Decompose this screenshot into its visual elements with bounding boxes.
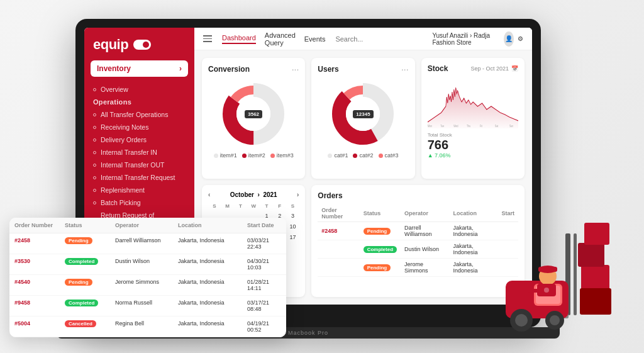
legend-dot-2 xyxy=(242,154,247,158)
conversion-menu[interactable]: ··· xyxy=(292,64,299,74)
ft-row5-location: Jakarta, Indonesia xyxy=(173,317,242,337)
nav-advanced-query[interactable]: Advanced Query xyxy=(265,31,296,47)
driver-cap-brim xyxy=(538,267,557,272)
svg-text:Thu: Thu xyxy=(467,124,471,128)
svg-text:Fri: Fri xyxy=(480,124,482,128)
box-3 xyxy=(584,223,609,245)
hamburger-menu[interactable] xyxy=(203,35,212,42)
wheel-1-inner xyxy=(515,314,528,327)
legend-dot-1 xyxy=(214,154,218,158)
cal-header-s1: S xyxy=(208,202,221,210)
sidebar-item-internal-in[interactable]: Internal Transfer IN xyxy=(84,146,194,159)
stock-title: Stock xyxy=(428,64,448,73)
nav-dashboard[interactable]: Dashboard xyxy=(222,34,256,44)
stock-card: Stock Sep - Oct 2021 📅 xyxy=(421,58,525,179)
ft-col-num: Order Number xyxy=(9,218,60,233)
ft-col-location: Location xyxy=(173,218,242,233)
ft-row3-status: Pending xyxy=(60,275,110,295)
ft-row-1[interactable]: #2458 Pending Darrell Williamson Jakarta… xyxy=(9,233,286,254)
users-card-header: Users ··· xyxy=(318,64,408,74)
driver-arm xyxy=(528,289,539,293)
dot-icon xyxy=(93,113,96,116)
topbar-user: Yusuf Anazili › Radja Fashion Store 👤 ⚙ xyxy=(432,31,523,47)
logo-toggle[interactable] xyxy=(133,40,151,50)
ft-row4-location: Jakarta, Indonesia xyxy=(173,296,242,316)
stock-date: Sep - Oct 2021 📅 xyxy=(470,65,518,72)
dot-icon xyxy=(93,88,96,91)
conversion-center-label: 3562 xyxy=(245,110,262,118)
sidebar-item-internal-request[interactable]: Internal Transfer Request xyxy=(84,171,194,184)
ft-row1-status: Pending xyxy=(60,233,110,254)
stock-chart: Mon Tue Wed Thu Fri Sat Sun xyxy=(428,78,518,128)
ft-row3-start: 01/28/21 14:11 xyxy=(242,275,286,295)
orders-row2-num xyxy=(318,240,359,259)
wheel-2-inner xyxy=(550,315,560,325)
nav-events[interactable]: Events xyxy=(304,35,326,43)
box-2 xyxy=(578,243,604,267)
ft-row5-num: #5004 xyxy=(9,317,60,337)
calendar-icon[interactable]: 📅 xyxy=(511,65,518,72)
stock-chart-svg: Mon Tue Wed Thu Fri Sat Sun xyxy=(428,78,518,128)
svg-text:Wed: Wed xyxy=(453,124,458,128)
ft-row3-num: #4540 xyxy=(9,275,60,295)
mast-2 xyxy=(574,233,577,315)
svg-text:Sun: Sun xyxy=(509,124,514,128)
sidebar-item-replenishment[interactable]: Replenishment xyxy=(84,184,194,196)
orders-row2-status: Completed xyxy=(360,240,401,259)
cal-day-3[interactable]: 3 xyxy=(287,211,299,221)
ft-row-3[interactable]: #4540 Pending Jerome Simmons Jakarta, In… xyxy=(9,275,286,296)
sidebar-item-overview[interactable]: Overview xyxy=(84,83,194,96)
sidebar-item-batch-picking[interactable]: Batch Picking xyxy=(84,196,194,209)
dot-icon xyxy=(93,201,96,205)
sidebar-item-receiving[interactable]: Receiving Notes xyxy=(84,121,194,133)
ft-row1-num: #2458 xyxy=(9,233,60,254)
stock-change: ▲ 7.06% xyxy=(428,152,518,159)
users-legend-dot-3 xyxy=(379,154,383,158)
sidebar-item-internal-out[interactable]: Internal Transfer OUT xyxy=(84,159,194,171)
ft-row2-num: #3530 xyxy=(9,254,60,274)
ft-row-5[interactable]: #5004 Cancelled Regina Bell Jakarta, Ind… xyxy=(9,317,286,337)
search-input[interactable] xyxy=(335,35,422,43)
logo-text: equip xyxy=(93,36,128,53)
sidebar-item-delivery[interactable]: Delivery Orders xyxy=(84,133,194,146)
ft-row4-start: 03/17/21 08:48 xyxy=(242,296,286,316)
ft-row1-start: 03/03/21 22:43 xyxy=(242,233,286,254)
sidebar-inventory-button[interactable]: Inventory › xyxy=(91,60,188,77)
ft-row2-location: Jakarta, Indonesia xyxy=(173,254,242,274)
forklift-illustration xyxy=(443,183,631,347)
ft-row-2[interactable]: #3530 Completed Dustin Wilson Jakarta, I… xyxy=(9,254,286,275)
box-4 xyxy=(580,288,611,315)
orders-row1-num: #2458 xyxy=(318,222,359,240)
calendar-next[interactable]: › xyxy=(297,191,299,198)
users-legend-dot-1 xyxy=(328,154,332,158)
gear-decoration xyxy=(544,288,549,293)
forklift-svg xyxy=(443,183,631,347)
orders-col-number: Order Number xyxy=(318,205,359,222)
cal-header-w: W xyxy=(247,202,260,210)
stock-total: Total Stock 766 ▲ 7.06% xyxy=(428,132,518,159)
avatar: 👤 xyxy=(504,31,514,47)
orders-row2-operator: Dustin Wilson xyxy=(401,240,449,259)
ft-row-4[interactable]: #9458 Completed Norma Russell Jakarta, I… xyxy=(9,296,286,317)
calendar-prev[interactable]: ‹ xyxy=(208,191,210,198)
orders-col-operator: Operator xyxy=(401,205,449,222)
orders-row3-operator: Jerome Simmons xyxy=(401,259,449,277)
stock-card-header: Stock Sep - Oct 2021 📅 xyxy=(428,64,518,73)
box-1 xyxy=(581,265,609,290)
users-title: Users xyxy=(318,65,338,74)
orders-row3-status: Pending xyxy=(360,259,401,277)
cal-day-10[interactable]: 10 xyxy=(287,221,299,232)
ft-row4-status: Completed xyxy=(60,296,110,316)
users-menu[interactable]: ··· xyxy=(401,64,409,74)
legend-item-3: item#3 xyxy=(270,152,294,159)
legend-dot-3 xyxy=(270,154,275,158)
orders-row3-num xyxy=(318,259,359,277)
settings-icon[interactable]: ⚙ xyxy=(518,35,523,42)
svg-text:Mon: Mon xyxy=(428,124,432,128)
users-chart: 12345 xyxy=(318,79,408,148)
users-legend-item-2: cat#2 xyxy=(353,152,373,159)
floating-table: Order Number Status Operator Location St… xyxy=(9,218,286,337)
users-legend: cat#1 cat#2 cat#3 xyxy=(318,152,408,159)
cal-day-17[interactable]: 17 xyxy=(287,232,299,242)
sidebar-item-all-transfer[interactable]: All Transfer Operations xyxy=(84,108,194,121)
